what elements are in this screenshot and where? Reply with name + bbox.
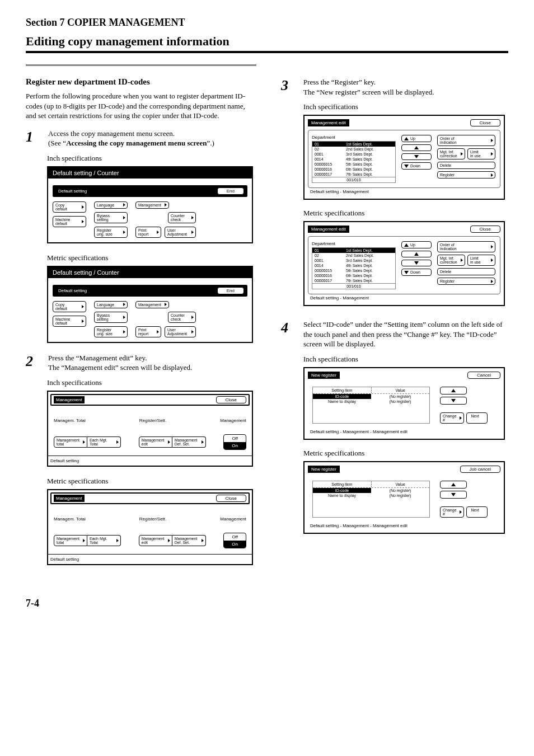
close-button[interactable]: Close xyxy=(470,226,500,233)
table-row[interactable]: Name to display(No register) xyxy=(313,399,429,404)
machine-default-button[interactable]: Machine default xyxy=(53,216,86,227)
counter-check-button[interactable]: Counter check xyxy=(168,212,196,223)
list-item[interactable]: 00013rd Sales Dept. xyxy=(312,258,395,263)
scroll-up-button[interactable] xyxy=(401,144,432,151)
management-def-set-button[interactable]: Management Def. Set. xyxy=(172,535,206,546)
list-item[interactable]: 000000155th Sales Dept. xyxy=(312,268,395,273)
next-button[interactable]: Next xyxy=(466,412,488,424)
table-row[interactable]: Name to display(No register) xyxy=(313,493,429,498)
each-mgt-total-button[interactable]: Each Mgt. Total xyxy=(87,535,121,546)
mgt-inf-correction-button[interactable]: Mgt. Inf. correction xyxy=(437,255,465,266)
step-4-body: Select “ID-code” under the “Setting item… xyxy=(303,320,508,349)
job-cancel-button[interactable]: Job cancel xyxy=(460,466,500,473)
register-button[interactable]: Register xyxy=(437,278,495,285)
management-button[interactable]: Management xyxy=(135,301,169,308)
management-edit-button[interactable]: Management edit xyxy=(139,436,172,448)
list-item[interactable]: 011st Sales Dept. xyxy=(312,142,395,147)
delete-button[interactable]: Delete xyxy=(437,268,495,275)
mgmt-title: Management xyxy=(54,495,85,502)
bypass-setting-button[interactable]: Bypass setting xyxy=(94,212,128,223)
change-number-button[interactable]: Change # xyxy=(440,412,464,424)
limit-in-use-button[interactable]: Limit in use xyxy=(467,148,495,159)
management-button[interactable]: Management xyxy=(135,201,169,209)
machine-default-button[interactable]: Machine default xyxy=(53,316,86,327)
list-item[interactable]: 022nd Sales Dept. xyxy=(312,147,395,152)
mgmt-off-button[interactable]: Off xyxy=(224,435,246,442)
step-1-metric-label: Metric specifications xyxy=(47,253,253,262)
me-footer: Default setting - Management xyxy=(308,294,500,302)
end-button[interactable]: End xyxy=(217,287,244,294)
figure-management-edit-inch: Management edit Close Department 011st S… xyxy=(303,115,505,200)
setting-item-header: Setting item xyxy=(313,481,371,487)
list-item[interactable]: 00013rd Sales Dept. xyxy=(312,152,395,157)
scroll-down-button[interactable] xyxy=(401,153,432,160)
step-2-number: 2 xyxy=(26,353,48,373)
scroll-up-button[interactable] xyxy=(440,387,467,395)
scroll-up-button[interactable] xyxy=(440,481,467,489)
print-report-button[interactable]: Print report xyxy=(135,326,161,337)
list-item[interactable]: 000000166th Sales Dept. xyxy=(312,273,395,278)
management-total-button[interactable]: Management total xyxy=(54,535,87,546)
close-button[interactable]: Close xyxy=(216,495,246,502)
title-underline xyxy=(26,64,256,66)
table-row[interactable]: ID-code(No register) xyxy=(313,488,429,493)
register-orig-size-button[interactable]: Register orig. size xyxy=(94,326,128,337)
language-button[interactable]: Language xyxy=(94,301,128,308)
down-button[interactable]: Down xyxy=(401,269,432,276)
user-adjustment-button[interactable]: User Adjustment xyxy=(165,326,196,337)
step-4-metric-label: Metric specifications xyxy=(303,449,508,458)
scroll-down-button[interactable] xyxy=(440,397,467,405)
mgmt-top-bar: Management Close xyxy=(50,394,250,406)
counter-check-button[interactable]: Counter check xyxy=(168,312,196,323)
list-item[interactable]: 000000155th Sales Dept. xyxy=(312,162,395,167)
change-number-button[interactable]: Change # xyxy=(440,506,464,518)
table-row[interactable]: ID-code(No register) xyxy=(313,394,429,399)
up-button[interactable]: Up xyxy=(401,135,432,142)
delete-button[interactable]: Delete xyxy=(437,162,495,169)
cancel-button[interactable]: Cancel xyxy=(467,372,500,379)
step-4-number: 4 xyxy=(281,320,303,543)
close-button[interactable]: Close xyxy=(216,396,246,403)
figure-management-metric: Management Close Managem. Total Register… xyxy=(47,489,253,565)
page-number: 7-4 xyxy=(26,598,508,609)
order-indication-button[interactable]: Order of indication xyxy=(437,241,495,252)
mgmt-on-button[interactable]: On xyxy=(224,442,246,449)
copy-default-button[interactable]: Copy default xyxy=(53,201,86,213)
register-orig-size-button[interactable]: Register orig. size xyxy=(94,227,128,238)
list-item[interactable]: 000000177th Sales Dept. xyxy=(312,172,395,177)
mgmt-on-button[interactable]: On xyxy=(224,541,246,548)
management-total-button[interactable]: Management total xyxy=(54,436,87,448)
list-item[interactable]: 022nd Sales Dept. xyxy=(312,253,395,258)
list-item[interactable]: 000000166th Sales Dept. xyxy=(312,167,395,172)
print-report-button[interactable]: Print report xyxy=(135,227,161,238)
close-button[interactable]: Close xyxy=(470,119,500,126)
language-button[interactable]: Language xyxy=(94,201,128,209)
management-def-set-button[interactable]: Management Def. Set. xyxy=(172,436,206,448)
mgmt-off-button[interactable]: Off xyxy=(224,533,246,541)
step-2-line2: The “Management edit” screen will be dis… xyxy=(48,363,192,372)
end-button[interactable]: End xyxy=(217,187,244,195)
copy-default-button[interactable]: Copy default xyxy=(53,301,86,312)
scroll-down-button[interactable] xyxy=(401,260,432,266)
user-adjustment-button[interactable]: User Adjustment xyxy=(165,227,196,238)
each-mgt-total-button[interactable]: Each Mgt. Total xyxy=(87,436,121,448)
management-edit-button[interactable]: Management edit xyxy=(139,535,172,546)
list-item[interactable]: 00144th Sales Dept. xyxy=(312,157,395,162)
up-button[interactable]: Up xyxy=(401,241,432,248)
list-item[interactable]: 011st Sales Dept. xyxy=(312,248,395,253)
list-item[interactable]: 00144th Sales Dept. xyxy=(312,263,395,268)
register-body-text: Perform the following procedure when you… xyxy=(26,91,253,121)
scroll-up-button[interactable] xyxy=(401,251,432,257)
scroll-down-button[interactable] xyxy=(440,491,467,499)
register-sett-label: Register/Sett. xyxy=(139,516,166,522)
bypass-setting-button[interactable]: Bypass setting xyxy=(94,312,128,323)
limit-in-use-button[interactable]: Limit in use xyxy=(467,255,495,266)
down-button[interactable]: Down xyxy=(401,162,432,170)
next-button[interactable]: Next xyxy=(466,506,488,518)
register-button[interactable]: Register xyxy=(437,171,495,179)
step-3-metric-label: Metric specifications xyxy=(303,209,508,218)
mgt-inf-correction-button[interactable]: Mgt. Inf. correction xyxy=(437,148,465,159)
managem-total-label: Managem. Total xyxy=(54,516,86,522)
order-indication-button[interactable]: Order of indication xyxy=(437,135,495,146)
list-item[interactable]: 000000177th Sales Dept. xyxy=(312,278,395,283)
